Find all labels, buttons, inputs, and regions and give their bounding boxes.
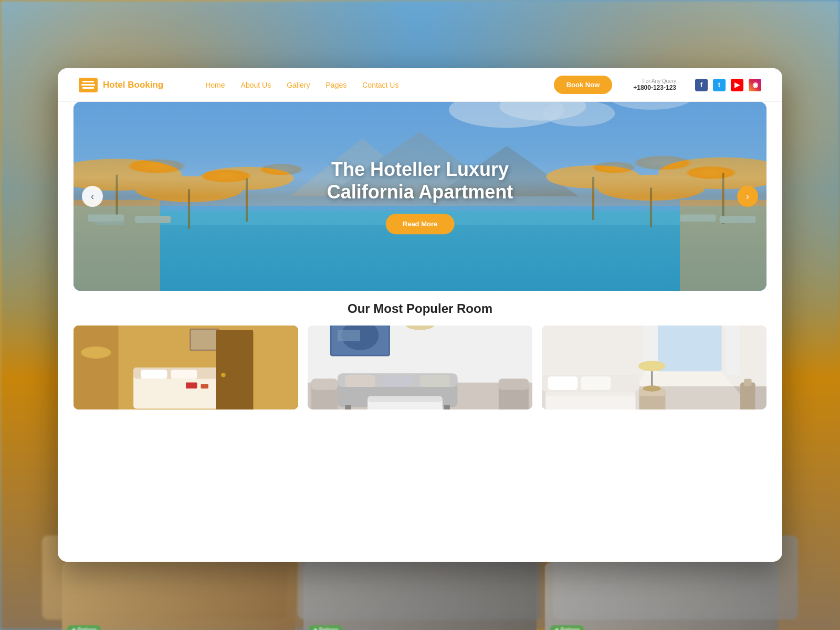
logo-text: Hotel Booking xyxy=(103,80,163,90)
svg-rect-38 xyxy=(171,370,197,379)
room-image-3 xyxy=(542,326,766,410)
svg-rect-88 xyxy=(744,379,751,386)
logo-line-2 xyxy=(81,84,95,86)
nav-gallery[interactable]: Gallery xyxy=(287,81,310,89)
svg-rect-61 xyxy=(420,375,450,387)
book-now-button[interactable]: Book Now xyxy=(554,76,613,94)
svg-rect-42 xyxy=(191,330,218,350)
twitter-icon[interactable]: t xyxy=(713,79,726,91)
contact-number: +1800-123-123 xyxy=(633,84,676,91)
svg-rect-28 xyxy=(720,216,756,223)
room-image-1 xyxy=(74,326,298,410)
svg-rect-43 xyxy=(216,330,253,410)
prev-slide-button[interactable]: ‹ xyxy=(82,186,103,207)
instagram-icon[interactable]: ◉ xyxy=(749,79,761,91)
svg-rect-65 xyxy=(311,379,338,390)
rooms-section: Our Most Populer Room xyxy=(58,291,782,410)
navbar: Hotel Booking Home About Us Gallery Page… xyxy=(58,68,782,102)
svg-rect-25 xyxy=(95,222,124,225)
logo-area[interactable]: Hotel Booking xyxy=(79,78,163,92)
facebook-icon[interactable]: f xyxy=(695,79,708,91)
nav-contact[interactable]: Contact Us xyxy=(362,81,398,89)
svg-rect-27 xyxy=(680,214,716,222)
main-card: Hotel Booking Home About Us Gallery Page… xyxy=(58,68,782,562)
logo-line-1 xyxy=(82,81,94,82)
room-image-2 xyxy=(308,326,532,410)
svg-rect-63 xyxy=(368,396,443,402)
contact-label: For Any Query xyxy=(643,78,676,84)
svg-rect-74 xyxy=(726,326,741,375)
svg-rect-57 xyxy=(345,405,351,410)
svg-point-44 xyxy=(221,373,226,377)
svg-rect-37 xyxy=(141,370,167,379)
svg-rect-79 xyxy=(545,396,635,410)
next-slide-button[interactable]: › xyxy=(737,186,758,207)
hero-slider: The Hoteller Luxury California Apartment… xyxy=(74,102,766,291)
svg-rect-87 xyxy=(740,383,755,410)
hero-title: The Hoteller Luxury California Apartment xyxy=(327,158,513,203)
room-card-2[interactable] xyxy=(308,326,532,410)
contact-area: For Any Query +1800-123-123 xyxy=(633,78,676,91)
nav-home[interactable]: Home xyxy=(205,81,225,89)
svg-point-86 xyxy=(643,385,661,391)
hero-content: The Hoteller Luxury California Apartment… xyxy=(327,158,513,234)
svg-rect-59 xyxy=(345,375,375,387)
svg-rect-67 xyxy=(499,379,529,390)
svg-marker-33 xyxy=(74,326,119,410)
room-card-1[interactable] xyxy=(74,326,298,410)
rooms-section-title: Our Most Populer Room xyxy=(74,301,766,316)
nav-links: Home About Us Gallery Pages Contact Us xyxy=(205,81,543,89)
hero-title-line2: California Apartment xyxy=(327,182,513,203)
svg-rect-40 xyxy=(201,384,208,388)
social-icons: f t ▶ ◉ xyxy=(695,79,761,91)
youtube-icon[interactable]: ▶ xyxy=(731,79,743,91)
read-more-button[interactable]: Read More xyxy=(386,214,454,235)
svg-rect-24 xyxy=(88,214,124,222)
svg-point-85 xyxy=(638,361,665,371)
logo-icon xyxy=(79,78,98,92)
rooms-grid xyxy=(74,326,766,410)
hero-title-line1: The Hoteller Luxury xyxy=(331,159,509,180)
room-card-3[interactable] xyxy=(542,326,766,410)
nav-about[interactable]: About Us xyxy=(241,81,271,89)
svg-rect-80 xyxy=(548,376,578,390)
svg-rect-58 xyxy=(444,405,450,410)
logo-line-3 xyxy=(82,87,94,89)
svg-rect-60 xyxy=(383,375,413,387)
svg-rect-52 xyxy=(338,330,360,341)
svg-rect-26 xyxy=(135,216,171,223)
svg-rect-39 xyxy=(186,383,197,388)
nav-pages[interactable]: Pages xyxy=(326,81,347,89)
svg-point-45 xyxy=(81,346,111,359)
svg-rect-81 xyxy=(581,376,611,390)
